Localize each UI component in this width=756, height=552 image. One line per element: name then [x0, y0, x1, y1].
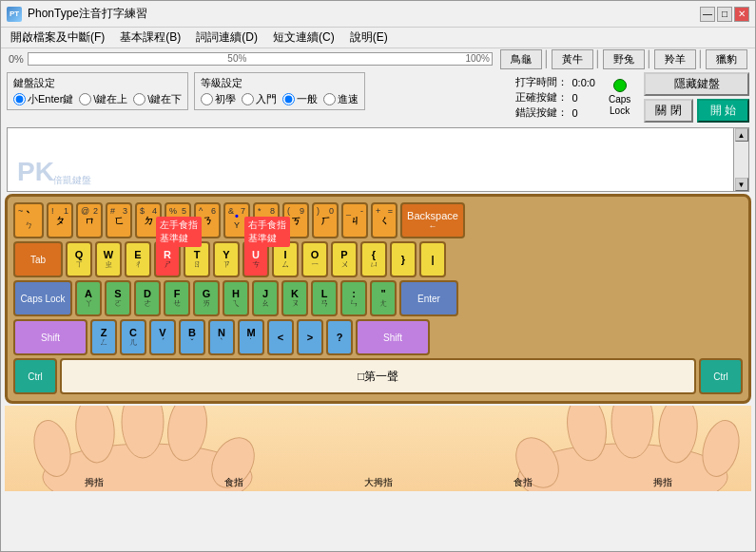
key-y[interactable]: Yㄗ [213, 241, 240, 277]
key-q[interactable]: Qㄒ [66, 241, 92, 277]
key-b[interactable]: Bˇ [179, 319, 205, 355]
key-row-5: Ctrl □第一聲 Ctrl [13, 358, 743, 394]
key-0[interactable]: )0ㄏ [312, 202, 339, 238]
pk-watermark: PK [17, 157, 54, 187]
key-minus[interactable]: _-ㄐ [341, 202, 368, 238]
finger-label-1: 拇指 [85, 476, 104, 489]
key-quote[interactable]: "ㄤ [370, 280, 397, 316]
radio-normal[interactable]: 一般 [282, 92, 318, 106]
key-space[interactable]: □第一聲 [60, 358, 696, 394]
hand-container: 拇指 食指 大拇指 食指 拇指 [5, 406, 751, 491]
speed-rabbit[interactable]: 野兔 [603, 49, 645, 69]
key-semicolon[interactable]: :ㄣ [340, 280, 367, 316]
key-w[interactable]: Wㄓ [95, 241, 122, 277]
menubar: 開啟檔案及中斷(F) 基本課程(B) 詞詞連續(D) 短文連續(C) 說明(E) [1, 28, 755, 48]
key-p[interactable]: Pㄨ [331, 241, 358, 277]
key-s[interactable]: Sㄛ [105, 280, 131, 316]
key-period[interactable]: > [297, 319, 323, 355]
progress-end: 100% [465, 53, 490, 64]
key-backspace[interactable]: Backspace ← [400, 202, 465, 238]
radio-small-enter[interactable]: 小Enter鍵 [13, 92, 73, 106]
level-options: 初學 入門 一般 進速 [201, 92, 359, 106]
speed-ox[interactable]: 黃牛 [552, 49, 593, 69]
stat-error: 錯誤按鍵： 0 [515, 105, 594, 120]
key-capslock[interactable]: Caps Lock [13, 280, 72, 316]
keyboard-options: 小Enter鍵 \鍵在上 \鍵在下 [13, 92, 182, 106]
app-icon: PT [7, 7, 22, 22]
menu-file[interactable]: 開啟檔案及中斷(F) [5, 29, 110, 47]
key-h[interactable]: Hㄟ [223, 280, 249, 316]
keyboard-settings-panel: 鍵盤設定 小Enter鍵 \鍵在上 \鍵在下 [7, 72, 188, 110]
key-v[interactable]: Vˊ [149, 319, 176, 355]
capslock-area: CapsLock [609, 79, 630, 117]
bottom-buttons: 關 閉 開 始 [644, 99, 749, 123]
menu-words[interactable]: 詞詞連續(D) [190, 29, 263, 47]
finger-label-3: 大拇指 [364, 476, 393, 489]
start-button[interactable]: 開 始 [697, 99, 749, 123]
key-2[interactable]: @2ㄇ [76, 202, 103, 238]
key-e[interactable]: Eㄔ [125, 241, 151, 277]
key-shift-left[interactable]: Shift [13, 319, 87, 355]
menu-help[interactable]: 說明(E) [344, 29, 394, 47]
minimize-button[interactable]: — [700, 7, 715, 22]
menu-basic[interactable]: 基本課程(B) [114, 29, 186, 47]
capslock-indicator [613, 79, 627, 92]
key-f[interactable]: Fㄝ [164, 280, 190, 316]
key-z[interactable]: Zㄥ [90, 319, 117, 355]
titlebar: PT PhonType注音打字練習 — □ ✕ [1, 1, 755, 28]
radio-intro[interactable]: 入門 [242, 92, 277, 106]
stat-correct: 正確按鍵： 0 [515, 90, 594, 105]
key-slash[interactable]: ? [326, 319, 353, 355]
key-bracket-open[interactable]: {ㄩ [360, 241, 387, 277]
key-tab[interactable]: Tab [13, 241, 63, 277]
progress-start: 0% [9, 53, 24, 65]
key-ctrl-left[interactable]: Ctrl [13, 358, 57, 394]
maximize-button[interactable]: □ [717, 7, 732, 22]
left-hand-label: 左手食指基準鍵 [156, 217, 202, 247]
speed-tortoise[interactable]: 鳥龜 [500, 49, 542, 69]
hide-keyboard-button[interactable]: 隱藏鍵盤 [644, 72, 749, 96]
key-d[interactable]: Dㄜ [134, 280, 161, 316]
scroll-down-button[interactable]: ▼ [735, 178, 748, 191]
key-o[interactable]: Oㄧ [301, 241, 328, 277]
menu-text[interactable]: 短文連續(C) [267, 29, 340, 47]
right-hand-label: 右手食指基準鍵 [244, 217, 290, 247]
key-g[interactable]: Gㄞ [193, 280, 220, 316]
radio-key-top[interactable]: \鍵在上 [79, 92, 127, 106]
action-buttons: 隱藏鍵盤 關 閉 開 始 [644, 72, 749, 123]
key-enter[interactable]: Enter [399, 280, 458, 316]
speed-cheetah[interactable]: 獵豹 [706, 49, 747, 69]
radio-key-bottom[interactable]: \鍵在下 [133, 92, 182, 106]
speed-antelope[interactable]: 羚羊 [654, 49, 696, 69]
settings-row: 鍵盤設定 小Enter鍵 \鍵在上 \鍵在下 等級設定 初學 [1, 69, 755, 125]
key-comma[interactable]: < [267, 319, 294, 355]
key-equals[interactable]: +=ㄑ [371, 202, 397, 238]
radio-beginner[interactable]: 初學 [201, 92, 236, 106]
key-k[interactable]: Kㄡ [281, 280, 308, 316]
key-c[interactable]: Cㄦ [120, 319, 146, 355]
scroll-up-button[interactable]: ▲ [735, 128, 748, 142]
key-row-3: Caps Lock Aㄚ Sㄛ Dㄜ Fㄝ Gㄞ Hㄟ Jㄠ Kㄡ Lㄢ :ㄣ … [13, 280, 743, 316]
key-tilde[interactable]: ~ ˋ ㄅ [13, 202, 44, 238]
key-row-1: ~ ˋ ㄅ !1ㄆ @2ㄇ #3ㄈ $4ㄉ %5ㄊ ^6ㄋ &7•Y *8Y (… [13, 202, 743, 238]
key-shift-right[interactable]: Shift [356, 319, 430, 355]
key-j[interactable]: Jㄠ [252, 280, 279, 316]
close-button[interactable]: 關 閉 [644, 99, 692, 123]
key-l[interactable]: Lㄢ [311, 280, 338, 316]
key-row-2: Tab Qㄒ Wㄓ Eㄔ R ㄕ 左手食指基準鍵 Tㄖ Yㄗ U ㄘ 右手食指基… [13, 241, 743, 277]
key-m[interactable]: M˙ [238, 319, 264, 355]
key-backslash[interactable]: | [419, 241, 446, 277]
radio-fast[interactable]: 進速 [323, 92, 359, 106]
progress-mid: 50% [227, 53, 246, 64]
scrollbar[interactable]: ▲ ▼ [733, 128, 748, 191]
key-3[interactable]: #3ㄈ [106, 202, 132, 238]
key-bracket-close[interactable]: } [390, 241, 417, 277]
key-r[interactable]: R ㄕ 左手食指基準鍵 [154, 241, 181, 277]
key-1[interactable]: !1ㄆ [47, 202, 73, 238]
key-u[interactable]: U ㄘ 右手食指基準鍵 [242, 241, 269, 277]
key-a[interactable]: Aㄚ [75, 280, 102, 316]
key-n[interactable]: Nˋ [208, 319, 235, 355]
close-button[interactable]: ✕ [734, 7, 749, 22]
key-ctrl-right[interactable]: Ctrl [699, 358, 743, 394]
pk-sub: 倍凱鍵盤 [53, 174, 91, 187]
